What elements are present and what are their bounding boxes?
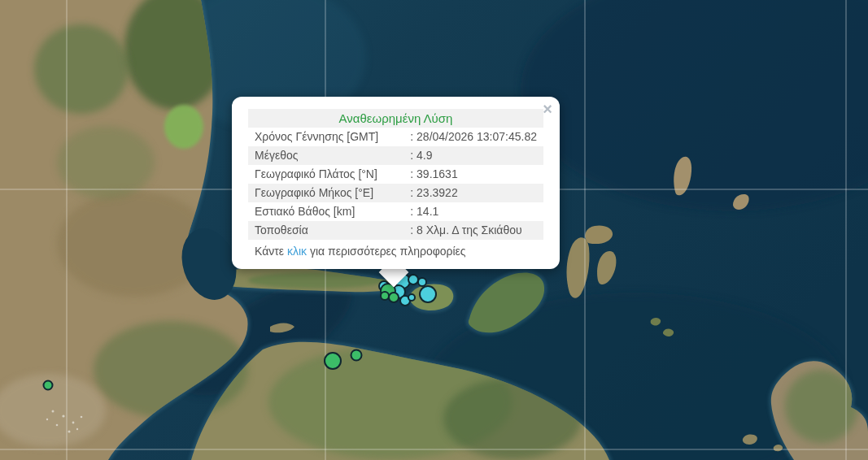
footer-text-pre: Κάντε	[255, 245, 287, 258]
row-label: Γεωγραφικό Μήκος [°E]	[248, 184, 403, 202]
row-value: : 8 Χλμ. Δ της Σκιάθου	[403, 221, 543, 240]
earthquake-details-table: Αναθεωρημένη Λύση Χρόνος Γέννησης [GMT] …	[248, 109, 543, 240]
table-row: Εστιακό Βάθος [km] : 14.1	[248, 202, 543, 221]
seismic-map-app: × Αναθεωρημένη Λύση Χρόνος Γέννησης [GMT…	[0, 0, 868, 460]
row-label: Χρόνος Γέννησης [GMT]	[248, 128, 403, 146]
popup-title: Αναθεωρημένη Λύση	[248, 109, 543, 128]
row-value: : 39.1631	[403, 165, 543, 184]
popup-content: Αναθεωρημένη Λύση Χρόνος Γέννησης [GMT] …	[232, 97, 560, 269]
row-label: Μέγεθος	[248, 146, 403, 165]
earthquake-marker[interactable]	[408, 275, 418, 284]
row-value: : 28/04/2026 13:07:45.82	[403, 128, 543, 146]
earthquake-marker[interactable]	[420, 286, 436, 302]
earthquake-marker[interactable]	[44, 381, 53, 390]
popup-title-row: Αναθεωρημένη Λύση	[248, 109, 543, 128]
row-value: : 14.1	[403, 202, 543, 221]
earthquake-popup: × Αναθεωρημένη Λύση Χρόνος Γέννησης [GMT…	[232, 97, 560, 269]
earthquake-marker[interactable]	[351, 350, 362, 361]
footer-text-post: για περισσότερες πληροφορίες	[307, 245, 466, 258]
more-info-link[interactable]: κλικ	[287, 245, 307, 258]
table-row: Μέγεθος : 4.9	[248, 146, 543, 165]
row-value: : 4.9	[403, 146, 543, 165]
row-label: Εστιακό Βάθος [km]	[248, 202, 403, 221]
table-row: Τοποθεσία : 8 Χλμ. Δ της Σκιάθου	[248, 221, 543, 240]
earthquake-marker[interactable]	[389, 293, 399, 302]
row-label: Τοποθεσία	[248, 221, 403, 240]
earthquake-marker[interactable]	[418, 278, 426, 286]
table-row: Χρόνος Γέννησης [GMT] : 28/04/2026 13:07…	[248, 128, 543, 146]
row-value: : 23.3922	[403, 184, 543, 202]
popup-footer: Κάντε κλικ για περισσότερες πληροφορίες	[248, 240, 543, 258]
popup-close-button[interactable]: ×	[543, 101, 552, 117]
table-row: Γεωγραφικό Πλάτος [°N] : 39.1631	[248, 165, 543, 184]
earthquake-marker[interactable]	[381, 292, 389, 300]
earthquake-marker[interactable]	[325, 353, 341, 369]
earthquake-marker[interactable]	[408, 294, 415, 301]
row-label: Γεωγραφικό Πλάτος [°N]	[248, 165, 403, 184]
table-row: Γεωγραφικό Μήκος [°E] : 23.3922	[248, 184, 543, 202]
